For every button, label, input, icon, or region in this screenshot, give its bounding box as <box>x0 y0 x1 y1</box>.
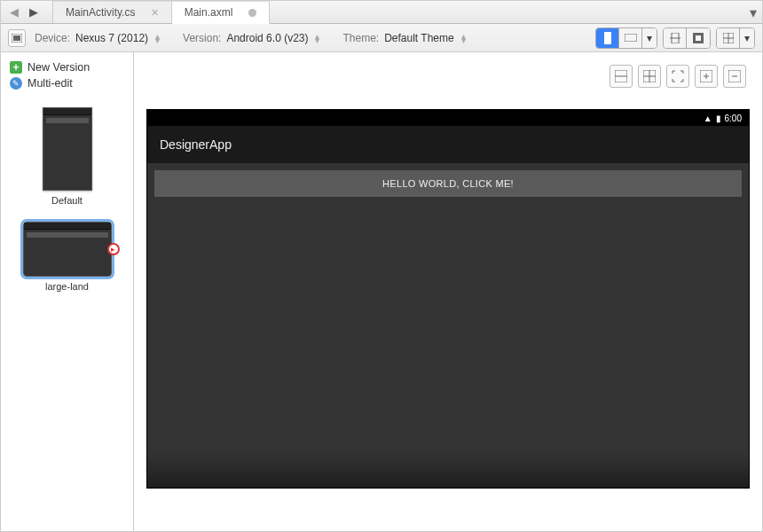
new-version-button[interactable]: + New Version <box>10 61 90 74</box>
multi-edit-label: Multi-edit <box>28 77 73 90</box>
multi-edit-button[interactable]: ✎ Multi-edit <box>10 77 73 90</box>
tab-overflow-icon[interactable]: ▾ <box>750 1 757 24</box>
design-canvas: ▲ ▮ 6:00 DesignerApp HELLO WORLD, CLICK … <box>134 52 762 532</box>
fullscreen-icon[interactable] <box>666 65 689 88</box>
grid-segmented: ▾ <box>716 27 755 49</box>
orientation-segmented: ▾ <box>595 27 657 49</box>
tab-bar: ◀ ▶ MainActivity.cs × Main.axml ▾ <box>1 1 762 24</box>
variant-large-land[interactable]: ▸ large-land <box>23 222 112 292</box>
designer-toolbar: Device: Nexus 7 (2012) ▴▾ Version: Andro… <box>1 24 762 52</box>
main-area: + New Version ✎ Multi-edit Default ▸ lar… <box>1 52 762 532</box>
tab-mainactivity[interactable]: MainActivity.cs × <box>52 1 172 23</box>
pencil-icon: ✎ <box>10 77 22 90</box>
grid-button[interactable] <box>717 28 740 48</box>
mode-b-button[interactable] <box>687 28 710 48</box>
new-version-label: New Version <box>28 61 90 74</box>
theme-dropdown-icon[interactable]: ▴▾ <box>461 34 466 43</box>
version-value[interactable]: Android 6.0 (v23) <box>226 32 308 44</box>
svg-rect-7 <box>696 35 701 41</box>
device-preview[interactable]: ▲ ▮ 6:00 DesignerApp HELLO WORLD, CLICK … <box>146 109 750 489</box>
landscape-dropdown-icon[interactable]: ▾ <box>642 28 657 48</box>
variant-default[interactable]: Default <box>43 107 92 206</box>
theme-label: Theme: <box>342 32 379 44</box>
version-label: Version: <box>183 32 221 44</box>
zoom-out-icon[interactable] <box>723 65 746 88</box>
svg-rect-1 <box>13 35 20 41</box>
mode-segmented <box>663 27 711 49</box>
wifi-icon: ▲ <box>704 113 712 123</box>
layout-vertical-icon[interactable] <box>638 65 661 88</box>
tab-label: MainActivity.cs <box>66 6 135 19</box>
nav-back-icon[interactable]: ◀ <box>4 1 24 23</box>
warning-ring-icon[interactable]: ▸ <box>107 243 120 255</box>
svg-rect-2 <box>604 32 611 44</box>
variant-label: large-land <box>45 281 89 292</box>
layout-bounds-icon[interactable] <box>610 65 633 88</box>
battery-icon: ▮ <box>716 113 721 123</box>
button-text: HELLO WORLD, CLICK ME! <box>382 178 514 189</box>
tab-main-axml[interactable]: Main.axml <box>172 1 271 24</box>
svg-rect-3 <box>625 34 637 42</box>
zoom-in-icon[interactable] <box>695 65 718 88</box>
variants-sidebar: + New Version ✎ Multi-edit Default ▸ lar… <box>1 52 134 532</box>
theme-value[interactable]: Default Theme <box>384 32 454 44</box>
app-title: DesignerApp <box>160 137 232 152</box>
mode-a-button[interactable] <box>664 28 687 48</box>
device-value[interactable]: Nexus 7 (2012) <box>75 32 148 44</box>
bottom-gradient <box>147 452 749 488</box>
plus-icon: + <box>10 61 22 74</box>
portrait-button[interactable] <box>596 28 619 48</box>
tab-label: Main.axml <box>185 6 233 19</box>
status-bar: ▲ ▮ 6:00 <box>147 110 749 126</box>
canvas-tools <box>610 65 746 88</box>
landscape-button[interactable] <box>619 28 642 48</box>
version-dropdown-icon[interactable]: ▴▾ <box>315 34 319 43</box>
device-dropdown-icon[interactable]: ▴▾ <box>155 34 160 43</box>
clock-text: 6:00 <box>725 113 742 123</box>
hello-world-button[interactable]: HELLO WORLD, CLICK ME! <box>154 170 742 197</box>
grid-dropdown-icon[interactable]: ▾ <box>740 28 754 48</box>
device-frame-icon[interactable] <box>8 29 26 47</box>
unsaved-dot-icon <box>248 9 256 17</box>
app-bar: DesignerApp <box>147 126 749 163</box>
nav-forward-icon[interactable]: ▶ <box>24 1 43 23</box>
close-icon[interactable]: × <box>151 5 158 20</box>
variant-label: Default <box>51 195 83 206</box>
device-label: Device: <box>35 32 70 44</box>
